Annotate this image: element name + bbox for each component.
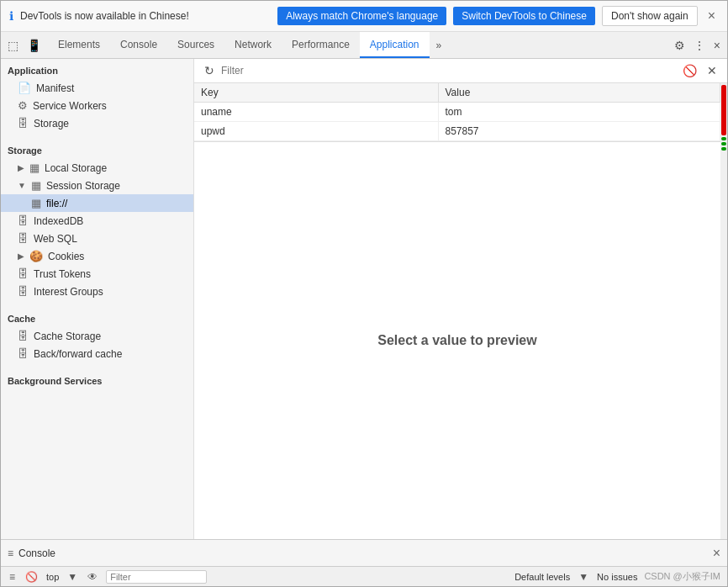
notification-text: DevTools is now available in Chinese! xyxy=(20,10,271,22)
manifest-icon: 📄 xyxy=(18,82,31,94)
console-close-button[interactable]: × xyxy=(713,546,720,561)
status-block-button[interactable]: 🚫 xyxy=(24,569,40,584)
sidebar: Application 📄 Manifest ⚙ Service Workers… xyxy=(1,59,194,539)
data-table: Key Value uname tom upwd xyxy=(194,83,720,141)
tab-performance[interactable]: Performance xyxy=(282,32,360,58)
sidebar-item-session-storage[interactable]: ▼ ▦ Session Storage xyxy=(1,177,193,194)
cookies-icon: 🍪 xyxy=(29,250,43,262)
table-row[interactable]: uname tom xyxy=(194,103,720,122)
sidebar-item-storage-app[interactable]: 🗄 Storage xyxy=(1,114,193,132)
column-key: Key xyxy=(194,83,438,103)
switch-chinese-button[interactable]: Switch DevTools to Chinese xyxy=(453,7,595,25)
close-devtools-button[interactable]: × xyxy=(710,35,724,56)
top-chevron-button[interactable]: ▼ xyxy=(66,569,79,584)
info-icon: ℹ xyxy=(9,9,13,23)
no-issues: No issues xyxy=(597,572,637,582)
cell-key-uname: uname xyxy=(194,103,438,122)
device-toolbar-button[interactable]: 📱 xyxy=(24,35,45,56)
default-levels-chevron[interactable]: ▼ xyxy=(577,569,590,584)
preview-area: Select a value to preview xyxy=(194,142,720,539)
cell-value-upwd: 857857 xyxy=(438,122,720,141)
tab-bar: ⬚ 📱 Elements Console Sources Network Per… xyxy=(1,32,727,59)
settings-button[interactable]: ⚙ xyxy=(671,35,688,56)
tab-bar-left-controls: ⬚ 📱 xyxy=(1,35,48,56)
status-filter-input[interactable] xyxy=(106,570,207,584)
sidebar-section-cache: Cache xyxy=(1,307,193,327)
console-label: Console xyxy=(18,547,55,559)
tab-console[interactable]: Console xyxy=(110,32,167,58)
sidebar-section-background-services: Background Services xyxy=(1,369,193,389)
tab-application[interactable]: Application xyxy=(360,32,430,58)
scrollbar-green-segment-2 xyxy=(721,142,726,145)
file-icon: ▦ xyxy=(31,197,41,209)
sidebar-item-cookies[interactable]: ▶ 🍪 Cookies xyxy=(1,247,193,265)
sidebar-item-bfcache[interactable]: 🗄 Back/forward cache xyxy=(1,345,193,362)
sidebar-item-cache-storage[interactable]: 🗄 Cache Storage xyxy=(1,327,193,345)
table-area: Key Value uname tom upwd xyxy=(194,83,720,142)
status-menu-button[interactable]: ≡ xyxy=(8,569,17,584)
console-bar: ≡ Console × xyxy=(1,539,727,566)
notification-close-button[interactable]: × xyxy=(704,8,719,24)
session-storage-icon: ▦ xyxy=(31,179,41,192)
sidebar-section-application: Application xyxy=(1,59,193,79)
right-panel: ↻ 🚫 ✕ Key Value xyxy=(194,59,727,539)
scrollbar-green-segment-1 xyxy=(721,137,726,140)
filter-clear-button[interactable]: ✕ xyxy=(704,62,720,79)
web-sql-icon: 🗄 xyxy=(18,232,29,245)
column-value: Value xyxy=(438,83,720,103)
local-storage-chevron: ▶ xyxy=(18,163,24,172)
status-right: Default levels ▼ No issues CSDN @小猴子IM xyxy=(514,569,720,584)
table-row[interactable]: upwd 857857 xyxy=(194,122,720,141)
sidebar-item-interest-groups[interactable]: 🗄 Interest Groups xyxy=(1,283,193,300)
trust-tokens-icon: 🗄 xyxy=(18,267,29,280)
sidebar-item-web-sql[interactable]: 🗄 Web SQL xyxy=(1,230,193,247)
right-panel-inner: Key Value uname tom upwd xyxy=(194,83,727,539)
tab-elements[interactable]: Elements xyxy=(48,32,110,58)
storage-app-icon: 🗄 xyxy=(18,117,29,130)
sidebar-item-file[interactable]: ▦ file:// xyxy=(1,194,193,212)
preview-text: Select a value to preview xyxy=(377,333,536,348)
notification-bar: ℹ DevTools is now available in Chinese! … xyxy=(1,1,727,32)
tab-bar-right-controls: ⚙ ⋮ × xyxy=(667,35,727,56)
service-workers-icon: ⚙ xyxy=(18,99,28,112)
scrollbar-red-segment xyxy=(721,85,726,135)
sidebar-item-manifest[interactable]: 📄 Manifest xyxy=(1,79,193,97)
table-and-preview: Key Value uname tom upwd xyxy=(194,83,720,539)
scrollbar-green-segment-3 xyxy=(721,147,726,151)
filter-bar: ↻ 🚫 ✕ xyxy=(194,59,727,83)
cookies-chevron: ▶ xyxy=(18,251,24,261)
cell-value-uname: tom xyxy=(438,103,720,122)
filter-input[interactable] xyxy=(221,65,676,77)
match-language-button[interactable]: Always match Chrome's language xyxy=(277,7,446,25)
console-menu-button[interactable]: ≡ xyxy=(8,547,13,559)
indexeddb-icon: 🗄 xyxy=(18,214,29,227)
sidebar-item-local-storage[interactable]: ▶ ▦ Local Storage xyxy=(1,159,193,177)
status-bar: ≡ 🚫 top ▼ 👁 Default levels ▼ No issues C… xyxy=(1,566,727,586)
sidebar-section-storage: Storage xyxy=(1,139,193,159)
cell-key-upwd: upwd xyxy=(194,122,438,141)
brand-text: CSDN @小猴子IM xyxy=(644,570,720,583)
filter-block-button[interactable]: 🚫 xyxy=(679,62,700,79)
cache-storage-icon: 🗄 xyxy=(18,330,29,342)
session-storage-chevron: ▼ xyxy=(18,181,26,190)
tab-network[interactable]: Network xyxy=(224,32,282,58)
inspect-element-button[interactable]: ⬚ xyxy=(4,35,22,56)
dont-show-again-button[interactable]: Don't show again xyxy=(602,6,698,26)
bfcache-icon: 🗄 xyxy=(18,347,29,360)
main-content: Application 📄 Manifest ⚙ Service Workers… xyxy=(1,59,727,539)
tabs-container: Elements Console Sources Network Perform… xyxy=(48,32,667,58)
sidebar-item-indexeddb[interactable]: 🗄 IndexedDB xyxy=(1,212,193,230)
right-scrollbar[interactable] xyxy=(720,83,727,539)
eye-button[interactable]: 👁 xyxy=(86,569,99,584)
more-options-button[interactable]: ⋮ xyxy=(690,35,709,56)
sidebar-item-trust-tokens[interactable]: 🗄 Trust Tokens xyxy=(1,265,193,283)
tab-sources[interactable]: Sources xyxy=(167,32,224,58)
tab-more-button[interactable]: » xyxy=(430,32,449,58)
sidebar-item-service-workers[interactable]: ⚙ Service Workers xyxy=(1,97,193,114)
local-storage-icon: ▦ xyxy=(29,161,40,174)
default-levels: Default levels xyxy=(514,572,570,582)
interest-groups-icon: 🗄 xyxy=(18,285,29,298)
top-label: top xyxy=(46,572,59,582)
refresh-button[interactable]: ↻ xyxy=(201,62,218,79)
